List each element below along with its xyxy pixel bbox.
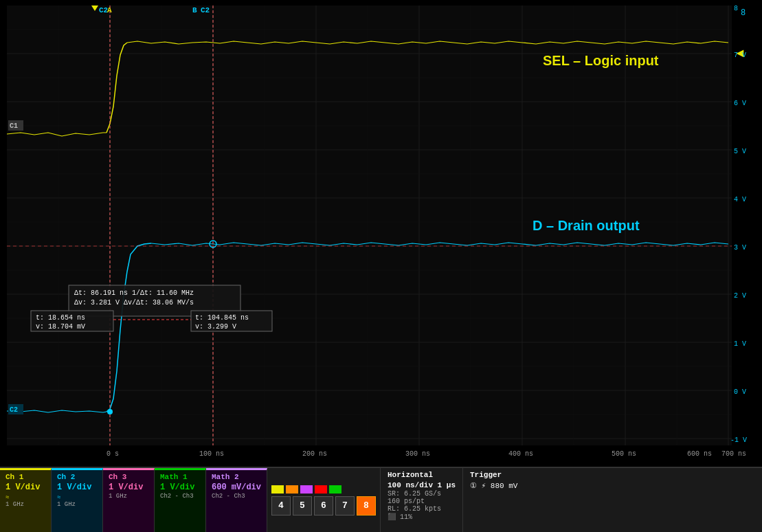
svg-text:◄: ◄ [734, 46, 746, 60]
bottom-panel: Ch 1 1 V/div ≈ 1 GHz Ch 2 1 V/div ≈ 1 GH… [0, 467, 762, 532]
h-sr: SR: 6.25 GS/s [388, 490, 456, 498]
svg-text:1 V: 1 V [734, 340, 746, 348]
ch1-sub: 1 GHz [5, 501, 45, 508]
ch3-tab[interactable]: Ch 3 1 V/div 1 GHz [103, 468, 155, 532]
h-ns-div: 100 ns/div [388, 481, 433, 489]
svg-text:Δv: 3.281 V      Δv/Δt: 38.06 : Δv: 3.281 V Δv/Δt: 38.06 MV/s [74, 299, 194, 307]
svg-text:C2: C2 [10, 406, 18, 414]
math1-value: 1 V/div [160, 483, 200, 492]
svg-text:C2: C2 [201, 6, 210, 14]
svg-text:t: 18.654 ns: t: 18.654 ns [36, 314, 85, 322]
trigger-section: Trigger ① ⚡ 880 mV [463, 468, 539, 532]
svg-text:C1: C1 [10, 122, 18, 130]
svg-text:5 V: 5 V [734, 148, 746, 155]
math1-label: Math 1 [160, 473, 200, 481]
svg-text:v: 18.704 mV: v: 18.704 mV [36, 323, 85, 331]
h-pct: ⬛ 11% [388, 513, 456, 521]
math2-value: 600 mV/div [212, 483, 261, 492]
svg-text:0 s: 0 s [107, 450, 119, 458]
svg-text:400 ns: 400 ns [508, 450, 533, 458]
ch3-sub: 1 GHz [109, 493, 148, 500]
svg-text:C2: C2 [99, 6, 108, 14]
h-ps: 160 ps/pt [388, 498, 456, 505]
math1-tab[interactable]: Math 1 1 V/div Ch2 - Ch3 [155, 468, 206, 532]
svg-text:-1 V: -1 V [730, 436, 747, 444]
ch2-icon: ≈ [57, 494, 97, 501]
svg-text:100 ns: 100 ns [199, 450, 224, 458]
ch1-label: Ch 1 [5, 473, 45, 481]
color-strip-4 [315, 485, 327, 494]
math2-sub: Ch2 - Ch3 [212, 493, 261, 500]
svg-text:2 V: 2 V [734, 292, 746, 300]
math1-sub: Ch2 - Ch3 [160, 493, 200, 500]
ch1-icon: ≈ [5, 494, 45, 501]
horizontal-title: Horizontal [388, 471, 456, 479]
button-6[interactable]: 6 [314, 496, 333, 516]
svg-text:0 V: 0 V [734, 388, 746, 396]
button-4[interactable]: 4 [271, 496, 291, 516]
trigger-ch: ① ⚡ 880 mV [470, 481, 532, 490]
ch3-label: Ch 3 [109, 473, 148, 481]
color-strip-3 [300, 485, 313, 494]
svg-text:t: 104.845 ns: t: 104.845 ns [195, 314, 249, 322]
ch2-label: Ch 2 [57, 473, 97, 481]
ch1-value: 1 V/div [5, 483, 45, 492]
ch1-tab[interactable]: Ch 1 1 V/div ≈ 1 GHz [0, 468, 52, 532]
svg-rect-72 [31, 311, 113, 331]
svg-point-36 [210, 241, 216, 247]
svg-text:6 V: 6 V [734, 100, 746, 107]
svg-text:200 ns: 200 ns [302, 450, 327, 458]
svg-marker-38 [91, 5, 98, 11]
svg-rect-47 [8, 404, 23, 414]
ch3-value: 1 V/div [109, 483, 148, 492]
button-5[interactable]: 5 [293, 496, 312, 516]
svg-text:700 ns: 700 ns [721, 450, 746, 458]
scope-display: C2 A B C2 8 ◄ C1 C2 SEL – Logic input D … [0, 0, 762, 467]
horizontal-section: Horizontal 100 ns/div 1 µs SR: 6.25 GS/s… [381, 468, 463, 532]
color-strip-2 [286, 485, 298, 494]
svg-text:D – Drain output: D – Drain output [533, 218, 640, 233]
h-rl: RL: 6.25 kpts [388, 505, 456, 513]
svg-text:7 V: 7 V [734, 52, 746, 59]
svg-text:300 ns: 300 ns [405, 450, 430, 458]
ch2-value: 1 V/div [57, 483, 97, 492]
trigger-title: Trigger [470, 471, 532, 479]
svg-text:B: B [192, 6, 197, 14]
color-strip-1 [271, 485, 284, 494]
svg-text:Δt: 86.191 ns    1/Δt: 11.60 M: Δt: 86.191 ns 1/Δt: 11.60 MHz [74, 289, 194, 297]
svg-text:8: 8 [741, 8, 746, 18]
color-strip-5 [329, 485, 341, 494]
h-time: 1 µs [438, 481, 456, 489]
svg-text:SEL – Logic input: SEL – Logic input [543, 53, 659, 68]
svg-text:3 V: 3 V [734, 244, 746, 252]
svg-text:8: 8 [734, 5, 738, 12]
svg-rect-69 [69, 285, 240, 316]
svg-point-37 [107, 409, 113, 414]
waveform-svg: C2 A B C2 8 ◄ C1 C2 SEL – Logic input D … [0, 0, 762, 467]
svg-rect-45 [8, 120, 23, 131]
button-8[interactable]: 8 [357, 496, 376, 516]
svg-text:4 V: 4 V [734, 196, 746, 203]
button-7[interactable]: 7 [335, 496, 355, 516]
ch2-tab[interactable]: Ch 2 1 V/div ≈ 1 GHz [52, 468, 103, 532]
svg-rect-0 [7, 5, 732, 445]
math2-label: Math 2 [212, 473, 261, 481]
math2-tab[interactable]: Math 2 600 mV/div Ch2 - Ch3 [206, 468, 267, 532]
svg-rect-75 [191, 311, 272, 331]
svg-text:500 ns: 500 ns [612, 450, 636, 458]
svg-text:600 ns: 600 ns [687, 450, 712, 458]
svg-text:A: A [107, 6, 112, 14]
ch2-sub: 1 GHz [57, 501, 97, 508]
svg-text:v: 3.299 V: v: 3.299 V [195, 323, 236, 331]
